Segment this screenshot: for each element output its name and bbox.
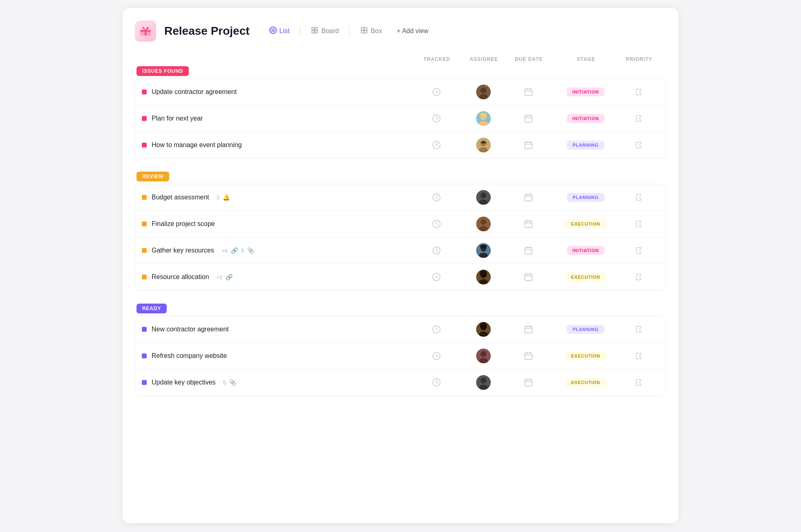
due-date-cell[interactable] — [504, 114, 553, 123]
assignee-cell[interactable] — [463, 217, 504, 231]
tracked-cell[interactable] — [410, 87, 463, 96]
th-tracked: TRACKED — [410, 56, 463, 62]
priority-cell[interactable] — [618, 114, 659, 123]
priority-cell[interactable] — [618, 193, 659, 201]
due-date-cell[interactable] — [504, 273, 553, 282]
task-meta: +4🔗5📎 — [222, 247, 254, 254]
nav-divider-2 — [349, 27, 350, 36]
priority-cell[interactable] — [618, 325, 659, 333]
priority-cell[interactable] — [618, 141, 659, 149]
due-date-cell[interactable] — [504, 378, 553, 387]
table-row[interactable]: How to manage event planningPLANNING — [135, 132, 666, 158]
assignee-cell[interactable] — [463, 243, 504, 258]
priority-cell[interactable] — [618, 378, 659, 387]
svg-rect-55 — [525, 326, 532, 333]
svg-rect-49 — [525, 274, 532, 281]
tracked-cell[interactable] — [410, 325, 463, 334]
assignee-cell[interactable] — [463, 375, 504, 390]
assignee-cell[interactable] — [463, 138, 504, 152]
stage-cell[interactable]: EXECUTION — [553, 219, 618, 228]
stage-cell[interactable]: PLANNING — [553, 325, 618, 334]
table-row[interactable]: Refresh company websiteEXECUTION — [135, 343, 666, 369]
table-row[interactable]: Plan for next yearINITIATION — [135, 105, 666, 132]
due-date-cell[interactable] — [504, 325, 553, 334]
stage-badge: EXECUTION — [565, 351, 606, 360]
due-date-cell[interactable] — [504, 193, 553, 202]
assignee-cell[interactable] — [463, 270, 504, 284]
add-view-button[interactable]: + Add view — [391, 24, 434, 38]
avatar — [476, 270, 491, 284]
task-dot — [142, 221, 147, 226]
tracked-cell[interactable] — [410, 193, 463, 202]
due-date-cell[interactable] — [504, 141, 553, 150]
priority-cell[interactable] — [618, 246, 659, 255]
stage-cell[interactable]: INITIATION — [553, 114, 618, 123]
priority-cell[interactable] — [618, 273, 659, 281]
section-header-issues: ISSUES FOUND — [135, 66, 666, 76]
assignee-cell[interactable] — [463, 349, 504, 363]
task-meta: 5📎 — [223, 379, 236, 386]
stage-cell[interactable]: EXECUTION — [553, 273, 618, 282]
due-date-cell[interactable] — [504, 351, 553, 360]
tab-box-label: Box — [371, 27, 382, 35]
tracked-cell[interactable] — [410, 246, 463, 255]
stage-cell[interactable]: INITIATION — [553, 87, 618, 96]
stage-cell[interactable]: PLANNING — [553, 141, 618, 150]
priority-cell[interactable] — [618, 88, 659, 96]
table-row[interactable]: Update contractor agreementINITIATION — [135, 79, 666, 105]
tracked-cell[interactable] — [410, 219, 463, 228]
add-view-label: + Add view — [397, 27, 429, 35]
task-list-review: Budget assessment3🔔PLANNINGFinalize proj… — [135, 184, 666, 291]
table-row[interactable]: Update key objectives5📎EXECUTION — [135, 369, 666, 396]
stage-badge: EXECUTION — [565, 378, 606, 387]
assignee-cell[interactable] — [463, 111, 504, 126]
svg-rect-8 — [361, 27, 364, 30]
stage-badge: EXECUTION — [565, 273, 606, 282]
tracked-cell[interactable] — [410, 273, 463, 282]
priority-cell[interactable] — [618, 352, 659, 360]
meta-icon: 📎 — [229, 379, 236, 386]
avatar — [476, 322, 491, 337]
task-name: Refresh company website — [152, 352, 227, 360]
table-row[interactable]: Gather key resources+4🔗5📎INITIATION — [135, 237, 666, 264]
table-row[interactable]: New contractor agreementPLANNING — [135, 316, 666, 343]
task-name: Budget assessment — [152, 194, 209, 201]
svg-point-48 — [480, 270, 487, 277]
task-name: Finalize project scope — [152, 220, 215, 228]
svg-rect-22 — [525, 116, 532, 122]
table-row[interactable]: Resource allocation+2🔗EXECUTION — [135, 264, 666, 290]
tab-list[interactable]: List — [262, 23, 297, 39]
table-row[interactable]: Budget assessment3🔔PLANNING — [135, 184, 666, 211]
stage-cell[interactable]: INITIATION — [553, 246, 618, 255]
avatar — [476, 85, 491, 99]
svg-rect-5 — [315, 27, 318, 30]
avatar — [476, 217, 491, 231]
task-meta: +2🔗 — [217, 274, 233, 280]
meta-icon: 🔗 — [226, 274, 233, 280]
tracked-cell[interactable] — [410, 351, 463, 360]
tab-box[interactable]: Box — [353, 23, 389, 39]
assignee-cell[interactable] — [463, 322, 504, 337]
tab-board[interactable]: Board — [304, 23, 346, 39]
task-name-cell: Update key objectives5📎 — [142, 379, 410, 386]
due-date-cell[interactable] — [504, 87, 553, 96]
due-date-cell[interactable] — [504, 219, 553, 228]
stage-cell[interactable]: PLANNING — [553, 193, 618, 202]
tracked-cell[interactable] — [410, 378, 463, 387]
assignee-cell[interactable] — [463, 190, 504, 205]
tracked-cell[interactable] — [410, 141, 463, 150]
due-date-cell[interactable] — [504, 246, 553, 255]
svg-rect-2 — [145, 30, 146, 36]
app-container: Release Project List — [123, 8, 678, 523]
tracked-cell[interactable] — [410, 114, 463, 123]
th-priority: PRIORITY — [619, 56, 660, 62]
stage-badge: PLANNING — [567, 141, 604, 150]
stage-cell[interactable]: EXECUTION — [553, 378, 618, 387]
task-dot — [142, 248, 147, 253]
task-name: Resource allocation — [152, 273, 209, 281]
stage-cell[interactable]: EXECUTION — [553, 351, 618, 360]
avatar — [476, 190, 491, 205]
assignee-cell[interactable] — [463, 85, 504, 99]
table-row[interactable]: Finalize project scopeEXECUTION — [135, 211, 666, 237]
priority-cell[interactable] — [618, 220, 659, 228]
